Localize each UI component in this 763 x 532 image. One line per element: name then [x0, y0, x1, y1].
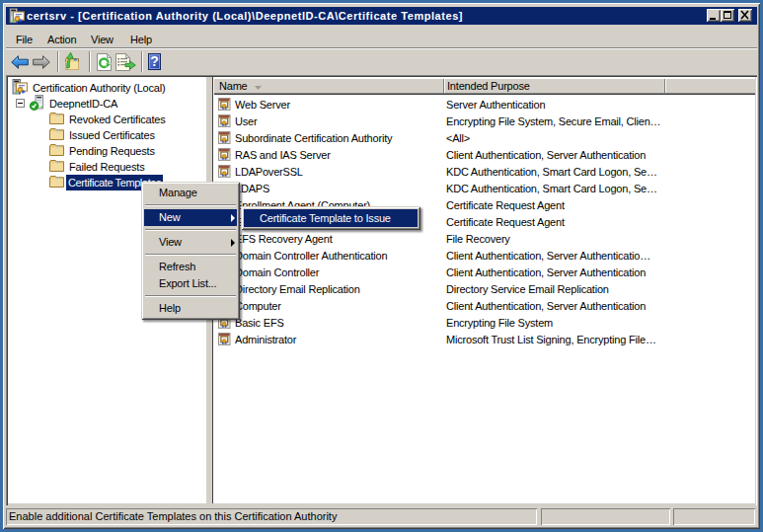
- svg-text:?: ?: [150, 53, 158, 69]
